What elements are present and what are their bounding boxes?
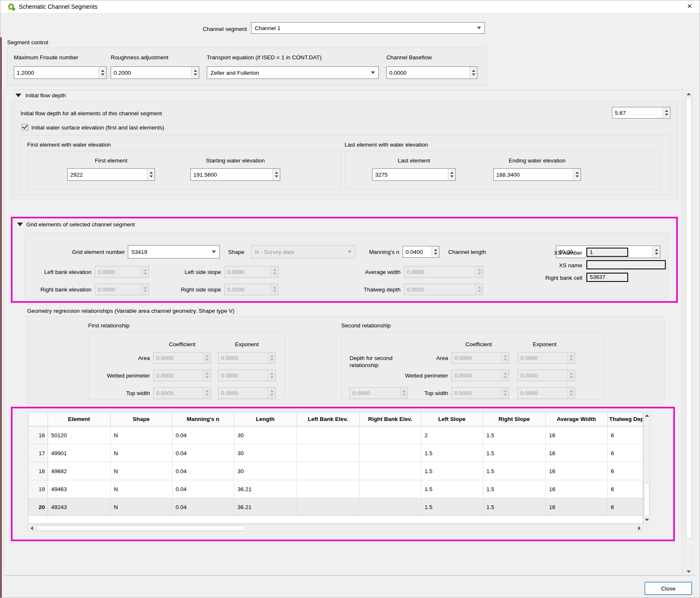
spin-buttons[interactable] xyxy=(99,67,106,79)
transport-equation-select[interactable]: Zeller and Fullerton xyxy=(207,66,379,79)
table-cell[interactable]: 6 xyxy=(607,462,643,480)
table-horizontal-scrollbar[interactable] xyxy=(28,525,643,532)
spin-buttons[interactable] xyxy=(272,169,280,180)
table-cell[interactable]: N xyxy=(110,498,172,516)
table-cell[interactable]: 30 xyxy=(234,426,297,444)
column-header[interactable]: Average Width xyxy=(545,412,607,426)
scroll-up-button[interactable] xyxy=(685,90,692,97)
column-header[interactable]: Length xyxy=(234,412,297,426)
table-cell[interactable] xyxy=(297,480,359,498)
scroll-up-button[interactable] xyxy=(644,412,650,419)
table-cell[interactable]: 1.5 xyxy=(421,498,483,516)
spin-up-icon[interactable] xyxy=(665,110,668,112)
column-header[interactable]: Left Slope xyxy=(421,412,483,426)
table-cell[interactable]: N xyxy=(110,480,172,498)
table-row[interactable]: 1949463N0.0436.211.51.5166 xyxy=(28,480,643,498)
table-cell[interactable]: 30 xyxy=(234,444,297,462)
table-row[interactable]: 2049243N0.0436.211.51.5166 xyxy=(28,498,643,516)
spin-up-icon[interactable] xyxy=(655,249,658,251)
table-cell[interactable]: 1.5 xyxy=(483,480,545,498)
dialog-vertical-scrollbar[interactable] xyxy=(685,90,692,575)
scroll-down-button[interactable] xyxy=(685,568,692,575)
table-cell[interactable]: 6 xyxy=(607,480,643,498)
mannings-spinbox[interactable]: 0.0400 xyxy=(403,246,439,258)
window-close-button[interactable]: ✕ xyxy=(685,3,695,10)
spin-up-icon[interactable] xyxy=(472,70,475,72)
collapse-triangle-icon[interactable] xyxy=(15,94,21,97)
spin-up-icon[interactable] xyxy=(434,249,437,251)
spin-down-icon[interactable] xyxy=(472,73,475,76)
spin-up-icon[interactable] xyxy=(101,70,104,72)
table-cell[interactable]: N xyxy=(110,462,172,480)
ending-elevation-spinbox[interactable]: 188.3400 xyxy=(493,168,581,181)
scroll-right-button[interactable] xyxy=(636,525,643,531)
table-cell[interactable]: 6 xyxy=(607,498,643,516)
column-header[interactable]: Right Bank Elev. xyxy=(359,412,421,426)
table-cell[interactable] xyxy=(297,498,359,516)
column-header[interactable]: Element xyxy=(48,412,110,426)
table-cell[interactable]: 50120 xyxy=(48,426,110,444)
spin-buttons[interactable] xyxy=(469,67,477,79)
spin-down-icon[interactable] xyxy=(434,253,437,255)
column-header[interactable]: Left Bank Elev. xyxy=(297,412,359,426)
chevron-down-icon[interactable] xyxy=(368,71,378,74)
table-cell[interactable]: N xyxy=(110,444,172,462)
table-cell[interactable] xyxy=(359,444,421,462)
table-cell[interactable]: 16 xyxy=(545,480,607,498)
table-cell[interactable]: 1.5 xyxy=(483,498,545,516)
table-row[interactable]: 1749901N0.04301.51.5166 xyxy=(28,444,643,462)
spin-buttons[interactable] xyxy=(662,107,670,118)
table-cell[interactable]: 36.21 xyxy=(234,498,297,516)
column-header[interactable]: Manning's n xyxy=(172,412,234,426)
table-cell[interactable]: 1.5 xyxy=(421,480,483,498)
scroll-left-button[interactable] xyxy=(28,525,35,531)
table-cell[interactable]: 2 xyxy=(421,426,483,444)
table-cell[interactable]: 36.21 xyxy=(234,480,297,498)
last-element-spinbox[interactable]: 3275 xyxy=(372,168,456,181)
chevron-down-icon[interactable] xyxy=(474,27,484,29)
spin-down-icon[interactable] xyxy=(150,175,153,177)
spin-down-icon[interactable] xyxy=(275,175,278,177)
table-cell[interactable] xyxy=(297,426,359,444)
table-cell[interactable]: 0.04 xyxy=(172,426,234,444)
table-cell[interactable]: 16 xyxy=(545,498,607,516)
row-number[interactable]: 16 xyxy=(28,426,48,444)
initial-wse-checkbox[interactable] xyxy=(22,124,28,130)
table-row[interactable]: 1849682N0.04301.51.5166 xyxy=(28,462,643,480)
spin-up-icon[interactable] xyxy=(150,172,153,174)
spin-down-icon[interactable] xyxy=(655,253,658,255)
collapse-triangle-icon[interactable] xyxy=(17,223,23,226)
starting-elevation-spinbox[interactable]: 191.5600 xyxy=(190,168,280,181)
table-cell[interactable]: 49463 xyxy=(48,480,110,498)
column-header[interactable]: Thalweg Dep xyxy=(607,412,643,426)
table-cell[interactable] xyxy=(297,462,359,480)
table-cell[interactable]: 0.04 xyxy=(172,498,234,516)
table-cell[interactable]: 49243 xyxy=(48,498,110,516)
table-cell[interactable]: 6 xyxy=(607,444,643,462)
table-cell[interactable] xyxy=(359,426,421,444)
table-cell[interactable]: 49901 xyxy=(48,444,110,462)
spin-down-icon[interactable] xyxy=(665,114,668,116)
table-cell[interactable]: 1.5 xyxy=(483,426,545,444)
spin-up-icon[interactable] xyxy=(576,172,579,174)
spin-buttons[interactable] xyxy=(191,67,199,79)
spin-up-icon[interactable] xyxy=(194,70,197,72)
spin-up-icon[interactable] xyxy=(275,172,278,174)
roughness-spinbox[interactable]: 0.2000 xyxy=(111,66,199,79)
scrollbar-thumb[interactable] xyxy=(36,525,245,531)
table-cell[interactable]: 1.5 xyxy=(421,462,483,480)
row-number[interactable]: 19 xyxy=(28,480,48,498)
table-cell[interactable]: 1.5 xyxy=(421,444,483,462)
table-cell[interactable]: 0.04 xyxy=(172,444,234,462)
chevron-down-icon[interactable] xyxy=(208,251,219,253)
spin-down-icon[interactable] xyxy=(450,175,454,177)
table-cell[interactable]: 1.5 xyxy=(483,462,545,480)
table-cell[interactable]: 16 xyxy=(545,462,607,480)
spin-down-icon[interactable] xyxy=(194,73,197,76)
spin-buttons[interactable] xyxy=(573,169,581,180)
depth-all-spinbox[interactable]: 5.67 xyxy=(612,107,670,119)
channel-segment-select[interactable]: Channel 1 xyxy=(251,22,485,34)
spin-buttons[interactable] xyxy=(652,246,660,258)
grid-number-select[interactable]: 53419 xyxy=(128,245,220,258)
max-froude-spinbox[interactable]: 1.2000 xyxy=(14,66,107,79)
